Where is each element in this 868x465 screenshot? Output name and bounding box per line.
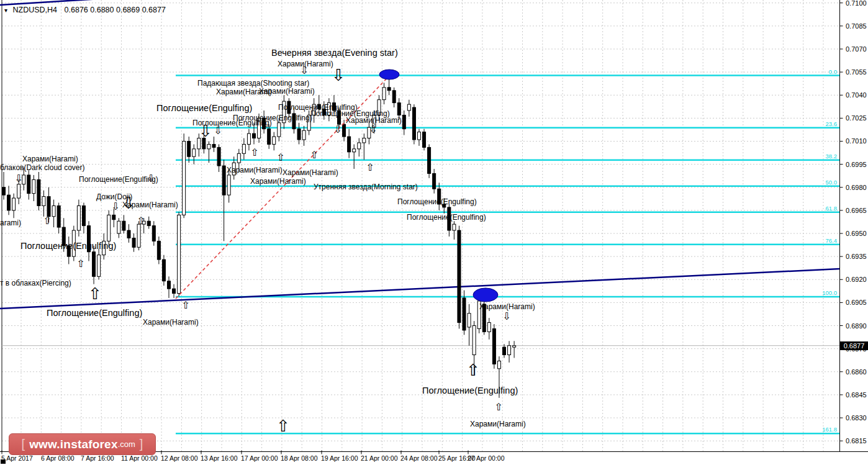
pattern-arrow-up-icon: ⇧ <box>366 161 374 173</box>
time-axis-label: 13 Apr 16:00 <box>201 454 238 462</box>
pattern-label: Поглощение(Engulfing) <box>47 308 142 318</box>
pattern-arrow-down-icon: ⇩ <box>333 124 341 135</box>
pattern-arrow-up-icon: ⇧ <box>466 361 480 379</box>
candle <box>423 129 426 151</box>
price-axis-label: 0.6815 <box>846 437 867 445</box>
pattern-label: Харами(Harami) <box>278 60 333 68</box>
candlestick-chart[interactable]: 0.023.638.250.061.876.4100.0161.8⇩⇩⇩⇩⇩⇩⇩… <box>0 0 868 465</box>
pattern-label: Харами(Harami) <box>22 155 78 163</box>
highlight-ellipse[interactable] <box>379 70 399 79</box>
pattern-label: Харами(Harami) <box>143 318 199 327</box>
chart-symbol-timeframe: NZDUSD,H4 <box>13 6 58 14</box>
pattern-label: Харами(Harami) <box>227 166 283 174</box>
time-axis-label: 19 Apr 16:00 <box>321 454 358 462</box>
pattern-label: Поглощение(Engulfing) <box>79 175 158 184</box>
candle <box>412 104 415 144</box>
pattern-label: arami) <box>0 219 21 227</box>
pattern-label: Поглощение(Engulfing) <box>156 103 252 113</box>
time-axis-label: 17 Apr 00:00 <box>241 454 278 462</box>
price-axis-label: 0.6980 <box>846 184 867 191</box>
pattern-label: Харами(Harami) <box>250 177 306 186</box>
time-axis-label: 5 Apr 2017 <box>1 454 33 462</box>
pattern-arrow-down-icon: ⇩ <box>14 173 22 184</box>
time-axis-label: 18 Apr 08:00 <box>281 454 318 462</box>
price-axis-label: 0.6935 <box>846 253 867 260</box>
price-axis-label: 0.6860 <box>846 368 867 376</box>
candle <box>492 324 495 369</box>
time-axis-label: 12 Apr 08:00 <box>161 454 198 462</box>
pattern-label: Харами(Harami) <box>122 201 178 209</box>
time-axis-label: 24 Apr 08:00 <box>400 454 438 462</box>
price-axis-label: 0.7040 <box>846 91 867 99</box>
price-axis-label: 0.6995 <box>846 161 867 168</box>
highlight-ellipse[interactable] <box>473 288 498 302</box>
fib-level-label: 23.6 <box>826 120 838 127</box>
price-axis-label: 0.7085 <box>846 22 867 30</box>
pattern-label: Вечерняя звезда(Evening star) <box>271 48 398 58</box>
price-axis-label: 0.7100 <box>846 0 867 7</box>
price-axis-label: 0.7025 <box>846 114 867 122</box>
price-axis-label: 0.6830 <box>846 414 867 422</box>
pattern-label: Поглощение(Engulfing) <box>422 386 518 395</box>
price-axis-label: 0.6950 <box>846 230 867 237</box>
pattern-label: т в облаках(Piercing) <box>0 279 71 287</box>
pattern-label: Харами(Harami) <box>346 116 402 125</box>
chart-marker-icon: ▾ <box>4 7 7 14</box>
pattern-label: Падающая звезда(Shooting star) <box>197 79 309 88</box>
pattern-label: Утренняя звезда(Morning star) <box>314 183 418 191</box>
pattern-arrow-up-icon: ⇧ <box>137 215 145 227</box>
price-axis-label: 0.6965 <box>846 207 867 214</box>
scrollbar-indicator[interactable] <box>1 459 6 464</box>
pattern-arrow-up-icon: ⇧ <box>88 284 102 303</box>
price-axis-label: 0.6920 <box>846 276 867 283</box>
price-axis-label: 0.6905 <box>846 299 867 306</box>
pattern-label: блаков(Dark cloud cover) <box>0 163 84 172</box>
logo-suffix: .com <box>118 440 135 449</box>
pattern-arrow-up-icon: ⇧ <box>181 299 189 311</box>
pattern-arrow-up-icon: ⇧ <box>43 215 51 227</box>
price-axis-label: 0.7010 <box>846 137 867 145</box>
pattern-arrow-down-icon: ⇩ <box>111 201 119 212</box>
price-axis-label: 0.7070 <box>846 45 867 53</box>
time-axis-label: 7 Apr 16:00 <box>81 454 114 462</box>
price-axis-label: 0.6845 <box>846 391 867 399</box>
pattern-arrow-down-icon: ⇩ <box>332 66 345 84</box>
fib-level-label: 0.0 <box>829 68 837 75</box>
pattern-arrow-down-icon: ⇩ <box>369 124 377 135</box>
fib-level-label: 38.2 <box>826 153 838 160</box>
pattern-label: Харами(Harami) <box>479 302 535 311</box>
logo-bracket-left: [ <box>22 437 25 451</box>
logo-bracket-right: ] <box>140 437 143 451</box>
price-axis-label: 0.6890 <box>846 322 867 330</box>
fib-level-label: 61.8 <box>826 205 838 212</box>
price-axis-label: 0.7055 <box>846 68 867 76</box>
pattern-arrow-up-icon: ⇧ <box>250 147 258 158</box>
pattern-arrow-down-icon: ⇩ <box>502 310 510 322</box>
pattern-label: Дожи(Doji) <box>96 192 132 201</box>
pattern-label: Поглощение(Engulfing) <box>192 119 272 127</box>
current-price-tag: 0.6877 <box>840 341 868 350</box>
candle <box>162 255 165 286</box>
fib-level-label: 100.0 <box>822 289 837 296</box>
pattern-label: Поглощение(Engulfing) <box>407 213 486 222</box>
time-axis-label: 6 Apr 08:00 <box>41 454 75 462</box>
candle <box>458 226 461 329</box>
pattern-label: Поглощение(Engulfing) <box>20 241 116 251</box>
fib-level-label: 161.8 <box>822 426 837 433</box>
chart-ohlc-values: 0.6876 0.6880 0.6869 0.6877 <box>65 6 166 14</box>
candle <box>183 133 186 218</box>
chart-title: ▾ NZDUSD,H4 0.6876 0.6880 0.6869 0.6877 <box>4 6 166 14</box>
pattern-label: Поглощение(Engulfing) <box>397 197 477 206</box>
candle <box>428 144 431 178</box>
pattern-arrow-up-icon: ⇧ <box>276 417 290 435</box>
pattern-arrow-up-icon: ⇧ <box>494 401 502 413</box>
fib-level-label: 50.0 <box>826 179 838 186</box>
logo-text: www.instaforex <box>29 438 118 451</box>
pattern-arrow-up-icon: ⇧ <box>310 149 318 161</box>
time-axis-label: 27 Apr 00:00 <box>468 454 505 462</box>
pattern-label: Харами(Harami) <box>259 87 315 96</box>
fib-level-label: 76.4 <box>826 237 838 244</box>
candle <box>178 212 181 296</box>
pattern-arrow-up-icon: ⇧ <box>76 258 84 269</box>
instaforex-watermark: [ www.instaforex .com ] <box>9 433 156 455</box>
